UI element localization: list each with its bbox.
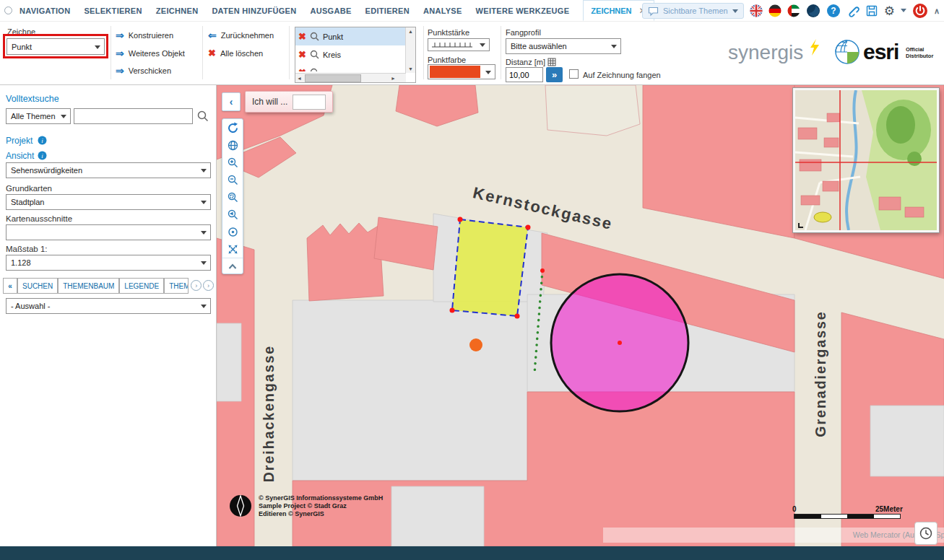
search-icon[interactable] [197, 110, 209, 122]
vertex-dot[interactable] [458, 217, 463, 222]
weiteres-objekt-button[interactable]: ⇒Weiteres Objekt [116, 48, 185, 58]
zoom-in-button[interactable] [222, 154, 243, 171]
tab-zeichnen[interactable]: ZEICHNEN [156, 6, 199, 15]
scroll-up-icon[interactable]: ▲ [406, 27, 415, 34]
apply-distance-button[interactable]: » [546, 67, 563, 82]
tab-analyse[interactable]: ANALYSE [423, 6, 462, 15]
flag-ae-icon[interactable] [787, 4, 800, 17]
ich-will-label: Ich will ... [252, 97, 287, 107]
vertex-dot[interactable] [450, 308, 455, 313]
tab-weitere-werkzeuge[interactable]: WEITERE WERKZEUGE [476, 6, 570, 15]
gear-icon[interactable]: ⚙ [884, 5, 895, 17]
map-toolbar [222, 118, 243, 274]
moon-icon[interactable] [806, 4, 820, 18]
projekt-label[interactable]: Projekt [6, 136, 33, 146]
zoom-window-button[interactable] [222, 188, 243, 206]
history-clock-button[interactable] [914, 522, 937, 545]
ich-will-input[interactable] [293, 95, 326, 110]
grid-icon[interactable] [547, 58, 556, 66]
vertex-dot[interactable] [526, 225, 531, 230]
flag-uk-icon[interactable] [750, 4, 763, 17]
collapse-header-icon[interactable]: ∧ [934, 6, 940, 16]
punktfarbe-swatch[interactable] [428, 64, 495, 79]
scroll-left-icon[interactable]: ◄ [295, 76, 303, 81]
punktstaerke-select[interactable] [428, 38, 490, 51]
snap-checkbox[interactable] [569, 69, 579, 79]
gear-chevron-icon[interactable] [901, 9, 906, 15]
ansicht-select[interactable]: Sehenswürdigkeiten [6, 162, 211, 178]
zoom-out-button[interactable] [222, 171, 243, 188]
ich-will-box[interactable]: Ich will ... [245, 91, 333, 113]
overview-map[interactable] [793, 88, 939, 232]
distanz-label: Distanz [m] [506, 58, 545, 66]
drawn-point[interactable] [469, 338, 482, 351]
kartenausschnitte-select[interactable] [6, 224, 211, 240]
verschicken-label: Verschicken [129, 66, 171, 75]
visible-themes-button[interactable]: Sichtbare Themen [642, 3, 744, 19]
tab-selektieren[interactable]: SELEKTIEREN [84, 6, 142, 15]
toolbar-collapse-button[interactable] [222, 258, 243, 274]
magnifier-icon [310, 50, 319, 59]
street-label-grenadiergasse: Grenadiergasse [813, 310, 828, 437]
shape-row-punkt[interactable]: ✖ Punkt [295, 27, 407, 45]
distanz-input[interactable] [506, 67, 543, 82]
weiteres-objekt-label: Weiteres Objekt [129, 49, 185, 58]
vertex-dot[interactable] [540, 268, 545, 273]
tab-themenbaum[interactable]: THEMENBAUM [58, 278, 119, 294]
verschicken-button[interactable]: ⇒Verschicken [116, 66, 171, 76]
flag-de-icon[interactable] [768, 4, 781, 17]
tab-daten-hinzufuegen[interactable]: DATEN HINZUFÜGEN [212, 6, 296, 15]
tab-editieren[interactable]: EDITIEREN [365, 6, 410, 15]
konstruieren-button[interactable]: ⇒Konstruieren [116, 30, 173, 40]
info-icon[interactable]: i [38, 136, 47, 145]
info-icon[interactable]: i [38, 151, 47, 160]
fulltext-search-input[interactable] [74, 108, 193, 124]
shape-row-clipped[interactable]: ✖ [295, 64, 415, 71]
full-extent-icon [228, 244, 238, 255]
power-icon[interactable] [912, 3, 928, 19]
full-extent-button[interactable] [222, 240, 243, 258]
drawn-polygon[interactable] [452, 219, 528, 316]
tabstrip-scroll-right-icon[interactable]: › [191, 280, 202, 291]
street-label-dreihackengasse: Dreihackengasse [261, 345, 277, 482]
scroll-down-icon[interactable]: ▼ [406, 66, 415, 71]
list-horizontal-scrollbar[interactable]: ◄► [295, 73, 406, 82]
zoom-previous-button[interactable] [222, 206, 243, 223]
tab-them-clipped[interactable]: THEM [164, 278, 189, 294]
delete-x-icon[interactable]: ✖ [298, 32, 306, 41]
fangprofil-select[interactable]: Bitte auswählen [506, 38, 621, 54]
tabstrip-home-icon[interactable]: « [3, 278, 17, 294]
tab-legende[interactable]: LEGENDE [119, 278, 164, 294]
refresh-button[interactable] [222, 119, 243, 136]
auswahl-select[interactable]: - Auswahl - [6, 298, 211, 314]
scroll-right-icon[interactable]: ► [391, 76, 396, 81]
help-icon[interactable]: ? [826, 4, 841, 18]
grundkarten-select[interactable]: Stadtplan [6, 194, 211, 210]
massstab-combo[interactable]: 1.128 [6, 255, 211, 271]
circle-center-dot[interactable] [618, 341, 622, 345]
double-arrow-icon: ⇒ [116, 66, 124, 76]
tab-ausgabe[interactable]: AUSGABE [310, 6, 351, 15]
zuruecknehmen-button[interactable]: ⇐Zurücknehmen [208, 30, 274, 40]
zuruecknehmen-label: Zurücknehmen [221, 31, 274, 40]
delete-x-icon[interactable]: ✖ [298, 50, 306, 59]
center-button[interactable] [222, 223, 243, 240]
link-icon[interactable] [846, 4, 859, 17]
ansicht-label[interactable]: Ansicht [6, 151, 34, 161]
alle-loeschen-button[interactable]: ✖Alle löschen [208, 48, 263, 58]
tabstrip-overflow-icon[interactable]: › [203, 280, 214, 291]
zoom-previous-icon [228, 209, 238, 220]
collapse-panel-button[interactable]: ‹ [222, 92, 241, 111]
vertex-dot[interactable] [515, 314, 520, 319]
scrollbar-thumb[interactable] [305, 74, 361, 82]
tab-navigation[interactable]: NAVIGATION [20, 6, 70, 15]
globe-button[interactable] [222, 136, 243, 154]
zeichne-select[interactable]: Punkt [7, 38, 105, 55]
save-icon[interactable] [865, 4, 878, 17]
themes-filter-select[interactable]: Alle Themen [6, 108, 71, 124]
tab-suchen[interactable]: SUCHEN [17, 278, 58, 294]
volltextsuche-link[interactable]: Volltextsuche [6, 94, 59, 104]
list-vertical-scrollbar[interactable]: ▲▼ [405, 27, 415, 73]
shape-row-kreis[interactable]: ✖ Kreis [295, 45, 407, 64]
esri-logo: esri [863, 40, 898, 64]
